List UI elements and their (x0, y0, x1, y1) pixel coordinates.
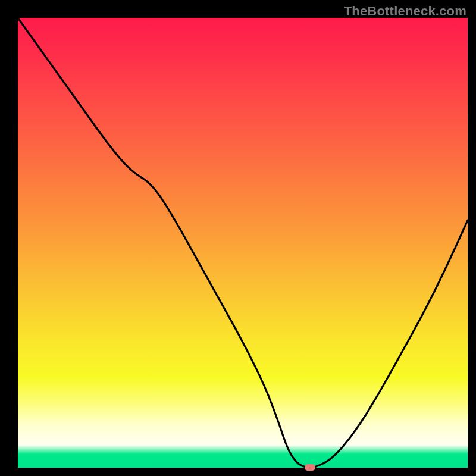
bottleneck-curve (18, 18, 468, 468)
chart-canvas: TheBottleneck.com (0, 0, 476, 476)
curve-path (18, 18, 468, 468)
watermark-text: TheBottleneck.com (344, 4, 466, 19)
plot-area (18, 18, 468, 468)
minimum-marker (305, 464, 315, 471)
